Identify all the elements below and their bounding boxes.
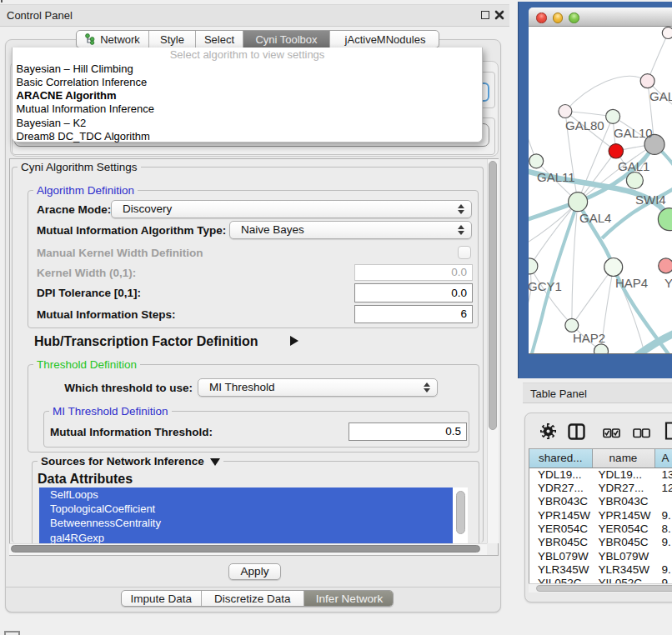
table-row[interactable]: YPR145WYPR145W9. [529,509,672,522]
network-node-swi4[interactable] [626,172,643,189]
deselect-all-icon[interactable] [633,427,650,442]
gear-icon[interactable] [539,422,557,443]
algorithm-dropdown-prompt: Select algorithm to view settings [13,48,482,62]
network-node-label: GAL11 [537,170,575,184]
network-edge[interactable] [572,268,614,326]
table-row[interactable]: YBL079WYBL079W [529,550,672,563]
algorithm-option[interactable]: Basic Correlation Inference [13,76,482,89]
network-node-gal80[interactable] [559,105,572,118]
network-node[interactable] [658,208,672,231]
network-edge[interactable] [565,76,648,111]
attribute-item[interactable]: BetweennessCentrality [39,516,453,530]
attribute-item[interactable]: SelfLoops [39,488,453,502]
mi-steps-label: Mutual Information Steps: [37,309,176,321]
minimize-traffic-light-icon[interactable] [553,12,564,23]
algorithm-option[interactable]: Mutual Information Inference [13,102,482,116]
table-cell: YBR043C [529,495,593,508]
expanded-arrow-icon[interactable] [210,458,220,466]
network-node[interactable] [662,28,672,39]
table-horizontal-scrollbar-thumb[interactable] [536,585,672,592]
bottom-left-grip[interactable] [4,631,20,635]
close-icon[interactable] [494,9,505,21]
column-header[interactable]: name [593,449,655,468]
network-node-hap4[interactable] [604,258,623,277]
tab-label: Select [204,33,234,46]
column-header[interactable]: A [655,449,672,468]
mi-steps-field[interactable]: 6 [354,305,473,323]
table-row[interactable]: YDR27...YDR27...12 [529,482,672,495]
mi-threshold-field[interactable]: 0.5 [349,422,467,441]
table-row[interactable]: YLR345WYLR345W9. [529,563,672,577]
table-cell: YER054C [593,522,655,536]
node-table[interactable]: shared...nameA YDL19...YDL19...13YDR27..… [529,448,672,583]
bottom-tab-discretize-data[interactable]: Discretize Data [202,591,305,606]
network-node-gal[interactable] [640,74,654,88]
algorithm-option[interactable]: ARACNE Algorithm [13,89,482,102]
network-edge[interactable] [648,33,669,82]
network-node-label: GAL1 [618,159,649,173]
bottom-tab-impute-data[interactable]: Impute Data [122,591,202,606]
network-node-label: HAP4 [615,276,648,290]
attributes-list-scrollbar[interactable] [456,491,465,534]
dpi-tolerance-field[interactable]: 0.0 [354,283,473,302]
window-edge-tick [1,0,3,2]
table-row[interactable]: YIL052CYIL052C9 [529,577,672,582]
network-node-y[interactable] [659,258,672,273]
table-cell: YBR045C [529,536,593,549]
algorithm-dropdown-list: Select algorithm to view settings Bayesi… [12,48,483,142]
close-traffic-light-icon[interactable] [536,12,547,23]
cyni-algorithm-settings-title: Cyni Algorithm Settings [18,161,141,173]
network-node-gal1[interactable] [609,144,623,158]
attribute-item[interactable]: gal4RGexp [39,531,453,543]
manual-kernel-checkbox[interactable] [458,246,471,259]
table-row[interactable]: YDL19...YDL19...13 [529,468,672,482]
settings-vertical-scrollbar-thumb[interactable] [489,161,497,430]
network-node-gal11[interactable] [529,154,544,168]
network-node-hap2[interactable] [565,318,579,332]
table-panel-title: Table Panel [523,383,672,404]
network-node-gal4[interactable] [569,192,588,212]
column-header[interactable]: shared... [529,449,593,468]
network-canvas[interactable]: GALGAL80GAL10GAL1GAL11SWI4GAL4GCY1HAP4YH… [529,27,672,354]
tab-select[interactable]: Select [196,31,243,48]
network-node-label: SWI4 [635,192,666,207]
kernel-width-field[interactable]: 0.0 [354,264,473,281]
mi-type-combobox[interactable]: Naive Bayes [229,221,472,239]
select-all-icon[interactable] [603,427,620,442]
table-cell: YBR043C [593,495,655,508]
which-threshold-combobox[interactable]: MI Threshold [198,378,438,397]
tab-cyni-toolbox[interactable]: Cyni Toolbox [243,31,330,48]
combobox-arrows-icon [458,224,464,236]
float-window-icon[interactable] [481,11,489,19]
data-attributes-list[interactable]: SelfLoopsTopologicalCoefficientBetweenne… [39,488,468,543]
table-cell [655,495,672,508]
table-row[interactable]: YBR043CYBR043C [529,495,672,508]
tab-network[interactable]: Network [77,31,149,48]
split-view-icon[interactable] [568,423,585,443]
network-window-titlebar[interactable] [529,8,672,27]
bottom-tab-infer-network[interactable]: Infer Network [304,591,394,606]
which-threshold-value: MI Threshold [209,379,275,396]
algorithm-option[interactable]: Bayesian – K2 [13,117,482,130]
table-row[interactable]: YBR045CYBR045C9. [529,536,672,549]
attribute-item[interactable]: TopologicalCoefficient [39,502,453,516]
table-row[interactable]: YER054CYER054C8. [529,522,672,536]
table-cell: 9 [655,577,672,582]
aracne-mode-value: Discovery [123,201,172,218]
settings-horizontal-scrollbar-thumb[interactable] [11,545,480,552]
tab-jactivemnodules[interactable]: jActiveMNodules [330,31,439,48]
algorithm-option[interactable]: Dream8 DC_TDC Algorithm [13,130,482,143]
collapsed-arrow-icon[interactable] [290,336,298,346]
which-threshold-label: Which threshold to use: [50,382,193,394]
apply-button[interactable]: Apply [228,563,281,580]
mi-steps-value: 6 [460,306,467,322]
network-node-gcy1[interactable] [529,258,538,274]
aracne-mode-combobox[interactable]: Discovery [111,200,472,218]
sources-title-text: Sources for Network Inference [41,455,204,468]
network-node-gal10[interactable] [606,109,620,123]
file-icon[interactable] [664,422,672,443]
network-node[interactable] [594,344,609,354]
algorithm-option[interactable]: Bayesian – Hill Climbing [13,62,482,76]
tab-style[interactable]: Style [149,31,196,48]
zoom-traffic-light-icon[interactable] [569,12,579,23]
